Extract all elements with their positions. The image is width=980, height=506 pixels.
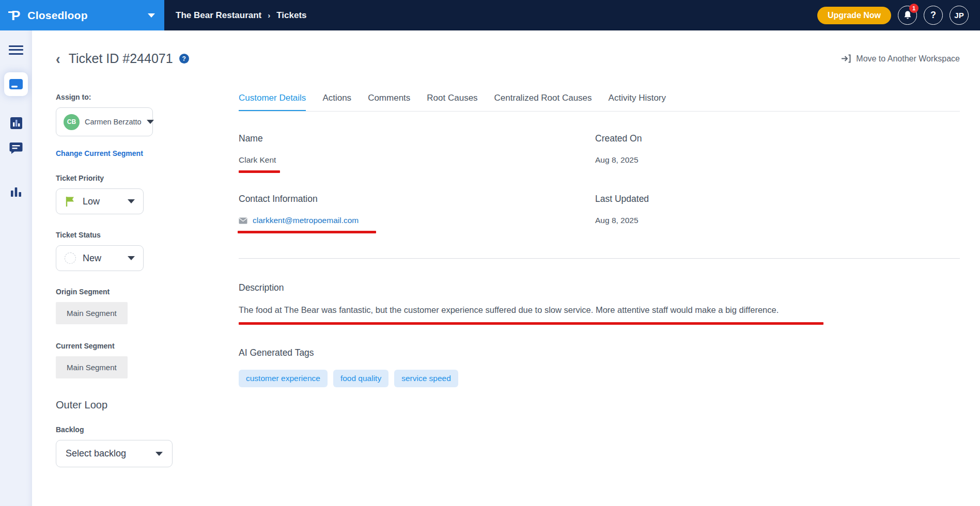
move-to-workspace-button[interactable]: Move to Another Workspace: [841, 54, 960, 64]
avatar-initials: JP: [954, 11, 963, 20]
chevron-down-icon: [128, 256, 135, 260]
change-segment-link[interactable]: Change Current Segment: [56, 149, 143, 157]
tab-comments[interactable]: Comments: [368, 93, 410, 111]
backlog-placeholder: Select backlog: [66, 448, 126, 459]
detail-tabs: Customer Details Actions Comments Root C…: [239, 93, 960, 112]
tag-list: customer experience food quality service…: [239, 370, 960, 387]
status-value: New: [83, 253, 101, 264]
back-button[interactable]: ‹: [56, 51, 60, 67]
ai-tags-label: AI Generated Tags: [239, 347, 960, 358]
backlog-label: Backlog: [56, 425, 239, 434]
notification-count-badge: 1: [909, 4, 919, 13]
status-new-icon: [65, 252, 76, 264]
analytics-bars-icon: [10, 185, 22, 198]
nav-tickets-active[interactable]: [4, 72, 28, 96]
page-title: Ticket ID #244071: [69, 51, 173, 66]
assignee-avatar: CB: [64, 114, 80, 130]
backlog-select[interactable]: Select backlog: [56, 440, 173, 467]
closedloop-logo-icon: P: [11, 9, 20, 22]
help-button[interactable]: ?: [924, 6, 943, 25]
section-divider: [239, 258, 960, 259]
ticket-detail-content: Customer Details Actions Comments Root C…: [239, 93, 980, 506]
move-arrow-icon: [841, 54, 851, 63]
assignee-select[interactable]: CB Carmen Berzatto: [56, 107, 153, 136]
description-field: Description The food at The Bear was fan…: [239, 282, 960, 325]
nav-dashboard[interactable]: [10, 117, 23, 130]
status-select[interactable]: New: [56, 245, 144, 271]
ticket-properties-panel: Assign to: CB Carmen Berzatto Change Cur…: [32, 93, 239, 506]
red-underline-annotation: [239, 170, 280, 173]
workspace-switcher[interactable]: P Closedloop: [0, 0, 164, 30]
last-updated-label: Last Updated: [595, 194, 960, 204]
contact-email-link[interactable]: clarkkent@metropoemail.com: [253, 216, 359, 225]
chevron-down-icon: [128, 199, 135, 203]
status-label: Ticket Status: [56, 231, 239, 239]
name-value: Clark Kent: [239, 155, 595, 165]
last-updated-field: Last Updated Aug 8, 2025: [595, 194, 960, 233]
flag-icon: [65, 196, 76, 207]
breadcrumb-separator-icon: ›: [268, 11, 270, 20]
created-on-field: Created On Aug 8, 2025: [595, 133, 960, 173]
origin-segment-label: Origin Segment: [56, 288, 239, 296]
contact-field: Contact Information clarkkent@metropoema…: [239, 194, 595, 233]
move-to-workspace-label: Move to Another Workspace: [856, 54, 960, 64]
ticket-card-icon: [9, 78, 23, 90]
chevron-down-icon: [155, 452, 163, 456]
tab-actions[interactable]: Actions: [322, 93, 351, 111]
last-updated-value: Aug 8, 2025: [595, 216, 960, 225]
nav-comments[interactable]: [9, 142, 23, 154]
red-underline-annotation: [239, 322, 823, 325]
user-avatar[interactable]: JP: [950, 6, 969, 25]
red-underline-annotation: [238, 231, 376, 233]
tab-centralized-root-causes[interactable]: Centralized Root Causes: [494, 93, 592, 111]
created-on-value: Aug 8, 2025: [595, 155, 960, 165]
tab-customer-details[interactable]: Customer Details: [239, 93, 306, 111]
upgrade-now-button[interactable]: Upgrade Now: [817, 7, 891, 24]
description-label: Description: [239, 282, 960, 293]
breadcrumb-tickets[interactable]: Tickets: [276, 10, 306, 21]
chevron-down-icon: [147, 120, 154, 124]
current-segment-label: Current Segment: [56, 342, 239, 350]
nav-analytics[interactable]: [10, 185, 22, 198]
outer-loop-heading: Outer Loop: [56, 399, 239, 411]
contact-label: Contact Information: [239, 194, 595, 204]
tab-activity-history[interactable]: Activity History: [609, 93, 666, 111]
tag-customer-experience: customer experience: [239, 370, 328, 387]
priority-label: Ticket Priority: [56, 174, 239, 182]
tab-root-causes[interactable]: Root Causes: [427, 93, 477, 111]
page-header: ‹ Ticket ID #244071 ? Move to Another Wo…: [32, 30, 980, 66]
breadcrumb-workspace[interactable]: The Bear Restaurant: [176, 10, 261, 21]
current-segment-badge: Main Segment: [56, 356, 128, 378]
envelope-icon: [239, 217, 247, 224]
tag-service-speed: service speed: [394, 370, 458, 387]
priority-value: Low: [83, 196, 100, 207]
name-label: Name: [239, 133, 595, 144]
assign-to-label: Assign to:: [56, 93, 239, 101]
origin-segment-badge: Main Segment: [56, 302, 128, 324]
menu-toggle-button[interactable]: [9, 43, 23, 57]
priority-select[interactable]: Low: [56, 188, 144, 214]
brand-name: Closedloop: [27, 9, 148, 22]
created-on-label: Created On: [595, 133, 960, 144]
left-nav-rail: [0, 30, 32, 506]
ai-tags-field: AI Generated Tags customer experience fo…: [239, 347, 960, 387]
hamburger-icon: [9, 45, 23, 47]
notifications-button[interactable]: 1: [898, 6, 917, 25]
description-text: The food at The Bear was fantastic, but …: [239, 305, 960, 315]
main-content: ‹ Ticket ID #244071 ? Move to Another Wo…: [32, 30, 980, 506]
bar-chart-square-icon: [10, 117, 23, 130]
chat-bubble-icon: [9, 142, 23, 154]
topbar-actions: Upgrade Now 1 ? JP: [817, 0, 980, 30]
top-bar: P Closedloop The Bear Restaurant › Ticke…: [0, 0, 980, 30]
name-field: Name Clark Kent: [239, 133, 595, 173]
tag-food-quality: food quality: [333, 370, 388, 387]
assignee-name: Carmen Berzatto: [85, 118, 142, 126]
title-help-icon[interactable]: ?: [179, 54, 189, 64]
breadcrumb: The Bear Restaurant › Tickets: [164, 0, 307, 30]
question-mark-icon: ?: [930, 10, 936, 21]
chevron-down-icon: [148, 13, 155, 18]
